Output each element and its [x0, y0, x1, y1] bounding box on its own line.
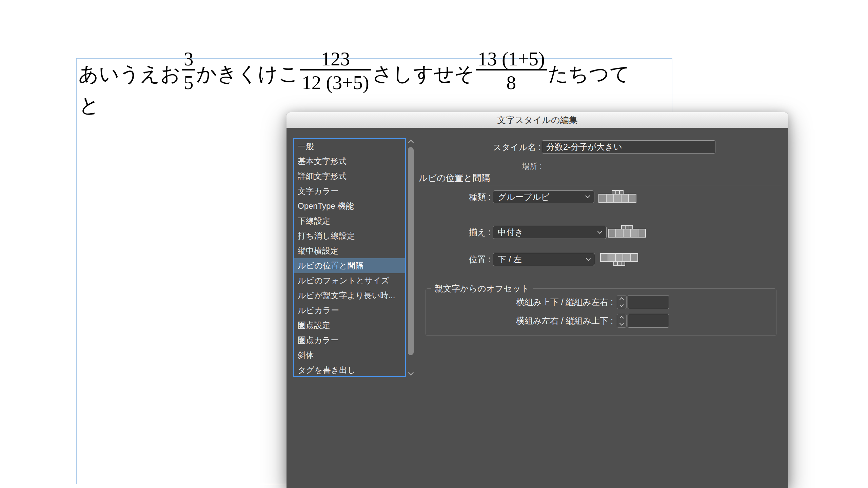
list-scrollbar[interactable]: [407, 139, 415, 376]
chevron-down-icon: [585, 194, 590, 198]
category-item-general[interactable]: 一般: [294, 139, 405, 154]
scroll-up-icon[interactable]: [408, 140, 414, 145]
category-item-kenten-color[interactable]: 圏点カラー: [294, 333, 405, 348]
category-item-character-color[interactable]: 文字カラー: [294, 184, 405, 199]
stepper-up-icon[interactable]: [619, 297, 624, 302]
location-label: 場所 :: [474, 162, 542, 170]
offset-row1-label: 横組み上下 / 縦組み左右 :: [477, 295, 613, 309]
ruby-align-label: 揃え :: [423, 226, 491, 239]
offset-row1-stepper[interactable]: [617, 295, 627, 309]
category-item-skew[interactable]: 斜体: [294, 348, 405, 363]
fraction-numerator: 123: [319, 49, 352, 69]
section-heading: ルビの位置と間隔: [419, 172, 490, 184]
dialog-titlebar[interactable]: 文字スタイルの編集: [287, 112, 788, 128]
stepper-down-icon[interactable]: [619, 321, 624, 326]
chevron-down-icon: [597, 229, 602, 233]
fraction: 13 (1+5) 8: [476, 49, 547, 92]
category-item-strikethrough[interactable]: 打ち消し線設定: [294, 228, 405, 243]
section-separator: [419, 186, 782, 186]
fraction-numerator: 3: [182, 49, 196, 69]
category-item-ruby-font[interactable]: ルビのフォントとサイズ: [294, 273, 405, 288]
document-text-run: あいうえお: [78, 64, 181, 84]
ruby-position-label: 位置 :: [423, 253, 491, 266]
scroll-down-icon[interactable]: [408, 370, 414, 376]
category-item-ruby-overhang[interactable]: ルビが親文字より長い時...: [294, 288, 405, 303]
ruby-position-dropdown[interactable]: 下 / 左: [493, 253, 595, 266]
document-text-run: さしすせそ: [372, 64, 475, 84]
category-item-basic-character[interactable]: 基本文字形式: [294, 154, 405, 169]
ruby-align-dropdown[interactable]: 中付き: [493, 226, 607, 239]
edit-character-style-dialog: 文字スタイルの編集 一般 基本文字形式 詳細文字形式 文字カラー OpenTyp…: [287, 112, 788, 488]
dialog-title: 文字スタイルの編集: [497, 115, 577, 125]
category-item-opentype[interactable]: OpenType 機能: [294, 199, 405, 214]
ruby-position-bottom-preview-icon: [600, 253, 638, 266]
category-item-kenten[interactable]: 圏点設定: [294, 318, 405, 333]
fraction-denominator: 8: [505, 70, 518, 92]
fraction-numerator: 13 (1+5): [476, 49, 547, 69]
ruby-position-value: 下 / 左: [498, 254, 522, 265]
fraction-denominator: 5: [182, 70, 196, 92]
offset-group-title: 親文字からのオフセット: [431, 283, 533, 293]
category-item-ruby-position[interactable]: ルビの位置と間隔: [294, 258, 405, 273]
document-text-run: かきくけこ: [196, 64, 299, 84]
document-line-2: と: [79, 96, 99, 116]
ruby-align-value: 中付き: [498, 227, 524, 238]
style-name-label: スタイル名 :: [456, 141, 541, 154]
offset-row2-stepper[interactable]: [617, 314, 627, 328]
fraction: 123 12 (3+5): [300, 49, 371, 92]
application-canvas: あいうえお 3 5 かきくけこ 123 12 (3+5) さしすせそ 13 (1…: [0, 0, 868, 488]
fraction-denominator: 12 (3+5): [300, 70, 371, 92]
stepper-down-icon[interactable]: [619, 303, 624, 307]
document-text-run: たちつて: [548, 64, 630, 84]
category-item-export-tagging[interactable]: タグを書き出し: [294, 363, 405, 378]
fraction: 3 5: [182, 49, 196, 92]
style-name-input[interactable]: [542, 140, 715, 154]
category-item-advanced-character[interactable]: 詳細文字形式: [294, 169, 405, 184]
category-item-ruby-color[interactable]: ルビカラー: [294, 303, 405, 318]
scrollbar-thumb[interactable]: [408, 147, 414, 355]
ruby-type-dropdown[interactable]: グループルビ: [493, 190, 594, 203]
group-ruby-preview-icon: [598, 190, 636, 203]
stepper-up-icon[interactable]: [619, 316, 624, 320]
offset-row1-input[interactable]: [628, 295, 669, 309]
category-item-underline[interactable]: 下線設定: [294, 214, 405, 228]
document-line-1: あいうえお 3 5 かきくけこ 123 12 (3+5) さしすせそ 13 (1…: [78, 49, 630, 92]
style-category-list: 一般 基本文字形式 詳細文字形式 文字カラー OpenType 機能 下線設定 …: [293, 138, 406, 377]
offset-row2-input[interactable]: [628, 314, 669, 328]
ruby-type-label: 種類 :: [423, 190, 491, 203]
ruby-align-center-preview-icon: [608, 225, 646, 238]
ruby-type-value: グループルビ: [498, 191, 550, 203]
category-item-tatechuyoko[interactable]: 縦中横設定: [294, 243, 405, 258]
chevron-down-icon: [586, 256, 591, 261]
offset-row2-label: 横組み左右 / 縦組み上下 :: [477, 314, 613, 328]
